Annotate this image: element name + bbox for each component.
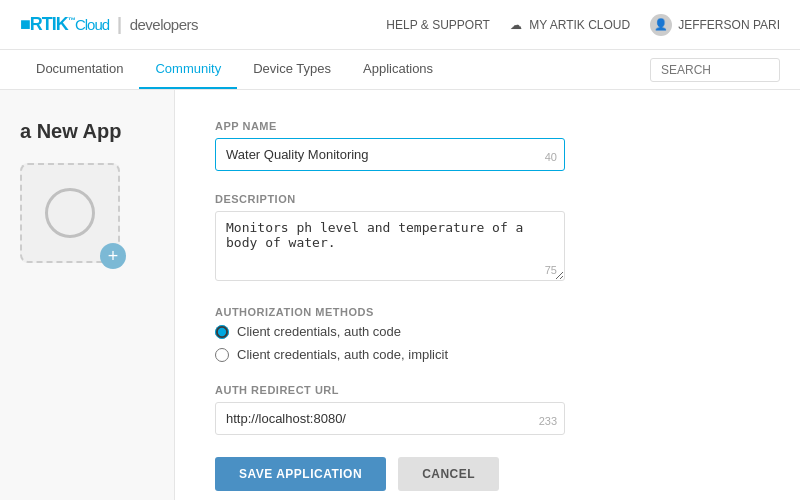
auth-methods-label: AUTHORIZATION METHODS (215, 306, 760, 318)
app-icon-placeholder[interactable]: + (20, 163, 120, 263)
auth-methods-group: AUTHORIZATION METHODS Client credentials… (215, 306, 760, 362)
app-name-input[interactable] (215, 138, 565, 171)
save-application-button[interactable]: SAVE APPLICATION (215, 457, 386, 491)
logo-area: ■RTIK™Cloud|developers (20, 14, 198, 35)
cloud-icon: ☁ (510, 18, 522, 32)
app-name-label: APP NAME (215, 120, 760, 132)
nav-community[interactable]: Community (139, 50, 237, 89)
app-name-charcount: 40 (545, 151, 557, 163)
nav-device-types[interactable]: Device Types (237, 50, 347, 89)
description-label: DESCRIPTION (215, 193, 760, 205)
auth-option-1[interactable]: Client credentials, auth code (215, 324, 760, 339)
app-name-wrapper: 40 (215, 138, 565, 171)
description-textarea[interactable]: Monitors ph level and temperature of a b… (215, 211, 565, 281)
main-content: a New App + APP NAME 40 DESCRIPTION Moni… (0, 90, 800, 500)
auth-radio-1[interactable] (215, 325, 229, 339)
description-charcount: 75 (545, 264, 557, 276)
description-wrapper: Monitors ph level and temperature of a b… (215, 211, 565, 284)
user-avatar-icon: 👤 (650, 14, 672, 36)
sidebar: a New App + (0, 90, 175, 500)
logo: ■RTIK™Cloud|developers (20, 14, 198, 35)
page-title: a New App (20, 120, 154, 143)
redirect-url-group: AUTH REDIRECT URL 233 (215, 384, 760, 435)
user-menu[interactable]: 👤 JEFFERSON PARI (650, 14, 780, 36)
auth-radio-2[interactable] (215, 348, 229, 362)
nav-links: Documentation Community Device Types App… (20, 50, 449, 89)
auth-option-2[interactable]: Client credentials, auth code, implicit (215, 347, 760, 362)
add-icon-button[interactable]: + (100, 243, 126, 269)
auth-radio-1-label: Client credentials, auth code (237, 324, 401, 339)
redirect-url-wrapper: 233 (215, 402, 565, 435)
my-artik-cloud-link[interactable]: ☁ MY ARTIK CLOUD (510, 18, 630, 32)
cancel-button[interactable]: CANCEL (398, 457, 499, 491)
top-bar: ■RTIK™Cloud|developers HELP & SUPPORT ☁ … (0, 0, 800, 50)
nav-documentation[interactable]: Documentation (20, 50, 139, 89)
redirect-url-input[interactable] (215, 402, 565, 435)
auth-radio-2-label: Client credentials, auth code, implicit (237, 347, 448, 362)
top-right-nav: HELP & SUPPORT ☁ MY ARTIK CLOUD 👤 JEFFER… (386, 14, 780, 36)
button-row: SAVE APPLICATION CANCEL (215, 457, 760, 491)
nav-applications[interactable]: Applications (347, 50, 449, 89)
user-name: JEFFERSON PARI (678, 18, 780, 32)
app-name-group: APP NAME 40 (215, 120, 760, 171)
help-support-link[interactable]: HELP & SUPPORT (386, 18, 490, 32)
secondary-nav: Documentation Community Device Types App… (0, 50, 800, 90)
form-area: APP NAME 40 DESCRIPTION Monitors ph leve… (175, 90, 800, 500)
description-group: DESCRIPTION Monitors ph level and temper… (215, 193, 760, 284)
redirect-charcount: 233 (539, 415, 557, 427)
app-icon-circle (45, 188, 95, 238)
search-input[interactable] (650, 58, 780, 82)
redirect-url-label: AUTH REDIRECT URL (215, 384, 760, 396)
